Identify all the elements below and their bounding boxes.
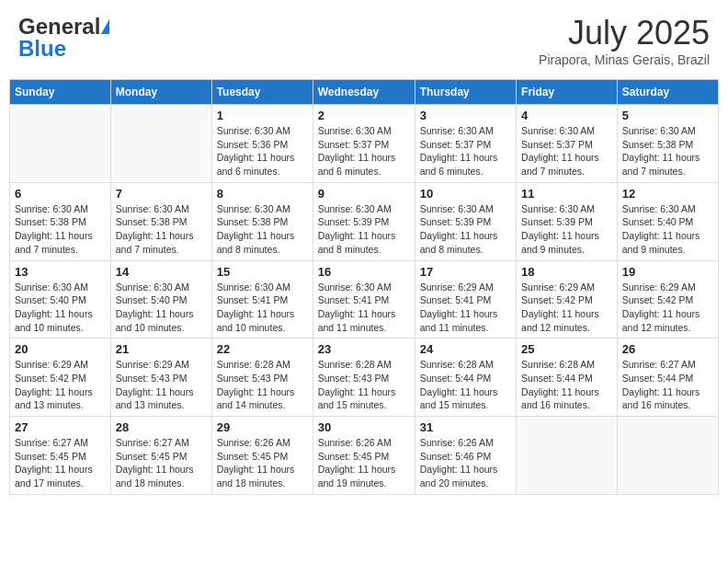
day-number: 2	[318, 109, 410, 122]
weekday-header-thursday: Thursday	[415, 80, 516, 105]
day-number: 30	[318, 420, 410, 434]
day-number: 17	[420, 265, 511, 279]
day-detail: Sunrise: 6:28 AMSunset: 5:43 PMDaylight:…	[318, 358, 410, 412]
calendar-day-cell: 4Sunrise: 6:30 AMSunset: 5:37 PMDaylight…	[517, 105, 618, 183]
weekday-header-wednesday: Wednesday	[313, 80, 415, 105]
day-detail: Sunrise: 6:30 AMSunset: 5:40 PMDaylight:…	[622, 202, 713, 257]
day-detail: Sunrise: 6:30 AMSunset: 5:37 PMDaylight:…	[521, 124, 612, 178]
calendar-week-row: 1Sunrise: 6:30 AMSunset: 5:36 PMDaylight…	[10, 105, 719, 183]
calendar-day-cell: 25Sunrise: 6:28 AMSunset: 5:44 PMDayligh…	[517, 339, 618, 417]
logo-triangle-icon	[101, 19, 109, 34]
day-number: 31	[420, 420, 511, 434]
day-number: 26	[622, 342, 713, 356]
day-detail: Sunrise: 6:26 AMSunset: 5:45 PMDaylight:…	[217, 436, 308, 490]
day-number: 11	[521, 187, 612, 201]
calendar-day-cell: 29Sunrise: 6:26 AMSunset: 5:45 PMDayligh…	[211, 417, 313, 495]
day-detail: Sunrise: 6:26 AMSunset: 5:45 PMDaylight:…	[318, 436, 410, 490]
calendar-week-row: 13Sunrise: 6:30 AMSunset: 5:40 PMDayligh…	[10, 260, 719, 339]
day-detail: Sunrise: 6:29 AMSunset: 5:41 PMDaylight:…	[420, 281, 511, 335]
weekday-header-saturday: Saturday	[617, 80, 718, 105]
calendar-day-cell: 26Sunrise: 6:27 AMSunset: 5:44 PMDayligh…	[617, 339, 718, 417]
day-detail: Sunrise: 6:30 AMSunset: 5:39 PMDaylight:…	[521, 202, 612, 257]
calendar-day-cell	[10, 105, 111, 183]
calendar-week-row: 20Sunrise: 6:29 AMSunset: 5:42 PMDayligh…	[10, 339, 719, 417]
calendar-day-cell: 16Sunrise: 6:30 AMSunset: 5:41 PMDayligh…	[313, 260, 415, 339]
day-number: 22	[217, 342, 308, 356]
day-detail: Sunrise: 6:30 AMSunset: 5:38 PMDaylight:…	[622, 124, 713, 178]
logo: General Blue	[18, 14, 110, 62]
day-number: 24	[420, 342, 511, 356]
calendar-day-cell: 28Sunrise: 6:27 AMSunset: 5:45 PMDayligh…	[110, 417, 211, 495]
day-detail: Sunrise: 6:30 AMSunset: 5:41 PMDaylight:…	[318, 281, 410, 335]
title-block: July 2025 Pirapora, Minas Gerais, Brazil	[539, 14, 710, 67]
calendar-day-cell: 7Sunrise: 6:30 AMSunset: 5:38 PMDaylight…	[110, 182, 211, 260]
day-number: 21	[116, 342, 207, 356]
day-detail: Sunrise: 6:29 AMSunset: 5:42 PMDaylight:…	[15, 358, 106, 412]
calendar-week-row: 27Sunrise: 6:27 AMSunset: 5:45 PMDayligh…	[10, 417, 719, 495]
day-detail: Sunrise: 6:29 AMSunset: 5:42 PMDaylight:…	[622, 281, 713, 335]
day-number: 18	[521, 265, 612, 279]
day-number: 20	[15, 342, 106, 356]
day-number: 8	[217, 187, 308, 201]
calendar-day-cell: 2Sunrise: 6:30 AMSunset: 5:37 PMDaylight…	[313, 105, 415, 183]
calendar-day-cell: 21Sunrise: 6:29 AMSunset: 5:43 PMDayligh…	[110, 339, 211, 417]
day-number: 12	[622, 187, 713, 201]
logo-blue: Blue	[18, 36, 66, 62]
calendar-day-cell: 27Sunrise: 6:27 AMSunset: 5:45 PMDayligh…	[10, 417, 111, 495]
calendar-day-cell: 3Sunrise: 6:30 AMSunset: 5:37 PMDaylight…	[415, 105, 516, 183]
day-number: 9	[318, 187, 410, 201]
day-detail: Sunrise: 6:29 AMSunset: 5:43 PMDaylight:…	[116, 358, 207, 412]
day-number: 15	[217, 265, 308, 279]
calendar-day-cell: 6Sunrise: 6:30 AMSunset: 5:38 PMDaylight…	[10, 182, 111, 260]
day-number: 23	[318, 342, 410, 356]
day-detail: Sunrise: 6:30 AMSunset: 5:40 PMDaylight:…	[15, 281, 106, 335]
calendar-day-cell: 9Sunrise: 6:30 AMSunset: 5:39 PMDaylight…	[313, 182, 415, 260]
calendar-day-cell	[110, 105, 211, 183]
weekday-header-sunday: Sunday	[10, 80, 111, 105]
calendar-day-cell: 20Sunrise: 6:29 AMSunset: 5:42 PMDayligh…	[10, 339, 111, 417]
calendar-day-cell: 17Sunrise: 6:29 AMSunset: 5:41 PMDayligh…	[415, 260, 516, 339]
day-detail: Sunrise: 6:28 AMSunset: 5:44 PMDaylight:…	[521, 358, 612, 412]
day-detail: Sunrise: 6:27 AMSunset: 5:45 PMDaylight:…	[15, 436, 106, 490]
day-number: 14	[116, 265, 207, 279]
day-detail: Sunrise: 6:27 AMSunset: 5:44 PMDaylight:…	[622, 358, 713, 412]
day-detail: Sunrise: 6:30 AMSunset: 5:39 PMDaylight:…	[318, 202, 410, 257]
calendar-day-cell: 10Sunrise: 6:30 AMSunset: 5:39 PMDayligh…	[415, 182, 516, 260]
calendar-day-cell: 8Sunrise: 6:30 AMSunset: 5:38 PMDaylight…	[211, 182, 313, 260]
calendar-day-cell: 5Sunrise: 6:30 AMSunset: 5:38 PMDaylight…	[617, 105, 718, 183]
day-number: 29	[217, 420, 308, 434]
day-detail: Sunrise: 6:30 AMSunset: 5:41 PMDaylight:…	[217, 281, 308, 335]
day-detail: Sunrise: 6:30 AMSunset: 5:39 PMDaylight:…	[420, 202, 511, 257]
day-detail: Sunrise: 6:30 AMSunset: 5:38 PMDaylight:…	[15, 202, 106, 257]
calendar-day-cell: 23Sunrise: 6:28 AMSunset: 5:43 PMDayligh…	[313, 339, 415, 417]
day-number: 10	[420, 187, 511, 201]
day-number: 25	[521, 342, 612, 356]
day-number: 5	[622, 109, 713, 122]
calendar-day-cell: 30Sunrise: 6:26 AMSunset: 5:45 PMDayligh…	[313, 417, 415, 495]
calendar-table: SundayMondayTuesdayWednesdayThursdayFrid…	[9, 79, 719, 495]
calendar-day-cell: 15Sunrise: 6:30 AMSunset: 5:41 PMDayligh…	[211, 260, 313, 339]
day-detail: Sunrise: 6:29 AMSunset: 5:42 PMDaylight:…	[521, 281, 612, 335]
weekday-header-tuesday: Tuesday	[211, 80, 313, 105]
day-number: 27	[15, 420, 106, 434]
month-title: July 2025	[539, 14, 710, 52]
day-detail: Sunrise: 6:30 AMSunset: 5:37 PMDaylight:…	[318, 124, 410, 178]
day-number: 13	[15, 265, 106, 279]
day-number: 28	[116, 420, 207, 434]
day-number: 7	[116, 187, 207, 201]
calendar-day-cell: 22Sunrise: 6:28 AMSunset: 5:43 PMDayligh…	[211, 339, 313, 417]
day-number: 3	[420, 109, 511, 122]
calendar-day-cell: 1Sunrise: 6:30 AMSunset: 5:36 PMDaylight…	[211, 105, 313, 183]
calendar-header-row: SundayMondayTuesdayWednesdayThursdayFrid…	[10, 80, 719, 105]
calendar-week-row: 6Sunrise: 6:30 AMSunset: 5:38 PMDaylight…	[10, 182, 719, 260]
day-detail: Sunrise: 6:28 AMSunset: 5:44 PMDaylight:…	[420, 358, 511, 412]
calendar-day-cell: 13Sunrise: 6:30 AMSunset: 5:40 PMDayligh…	[10, 260, 111, 339]
day-number: 6	[15, 187, 106, 201]
day-number: 16	[318, 265, 410, 279]
day-detail: Sunrise: 6:28 AMSunset: 5:43 PMDaylight:…	[217, 358, 308, 412]
day-detail: Sunrise: 6:30 AMSunset: 5:38 PMDaylight:…	[217, 202, 308, 257]
calendar-day-cell: 19Sunrise: 6:29 AMSunset: 5:42 PMDayligh…	[617, 260, 718, 339]
day-number: 19	[622, 265, 713, 279]
calendar-day-cell: 14Sunrise: 6:30 AMSunset: 5:40 PMDayligh…	[110, 260, 211, 339]
day-detail: Sunrise: 6:30 AMSunset: 5:40 PMDaylight:…	[116, 281, 207, 335]
